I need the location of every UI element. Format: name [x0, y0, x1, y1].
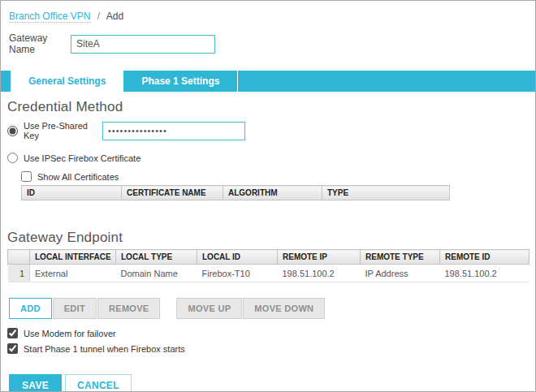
- add-button[interactable]: ADD: [9, 298, 52, 319]
- endpoint-table-header-handle: [8, 250, 30, 265]
- endpoint-row-local-id: Firebox-T10: [197, 265, 278, 282]
- endpoint-row-remote-id: 198.51.100.2: [440, 265, 530, 282]
- certificate-table-header-algorithm: ALGORITHM: [223, 186, 322, 200]
- ipsec-certificate-label: Use IPSec Firebox Certificate: [24, 153, 140, 163]
- endpoint-table-header-row: LOCAL INTERFACE LOCAL TYPE LOCAL ID REMO…: [8, 250, 530, 265]
- endpoint-table-row[interactable]: 1 External Domain Name Firebox-T10 198.5…: [8, 265, 530, 282]
- pre-shared-key-radio[interactable]: [7, 126, 18, 136]
- move-down-button[interactable]: MOVE DOWN: [243, 298, 325, 319]
- endpoint-row-remote-ip: 198.51.100.2: [278, 265, 361, 282]
- gateway-name-input[interactable]: [71, 35, 215, 54]
- move-up-button[interactable]: MOVE UP: [176, 298, 242, 319]
- show-all-certificates-checkbox[interactable]: [21, 171, 32, 182]
- gateway-endpoint-heading: Gateway Endpoint: [7, 230, 535, 246]
- endpoint-table-header-local-id: LOCAL ID: [197, 250, 278, 265]
- certificate-table-header-id: ID: [22, 186, 122, 200]
- breadcrumb: Branch Office VPN / Add: [9, 11, 535, 22]
- endpoint-table-header-remote-id: REMOTE ID: [440, 250, 530, 265]
- endpoint-table-header-local-type: LOCAL TYPE: [116, 250, 197, 265]
- tab-phase1-settings[interactable]: Phase 1 Settings: [123, 71, 238, 92]
- gateway-name-label: Gateway Name: [9, 32, 71, 55]
- certificate-table-header-type: TYPE: [322, 186, 450, 200]
- show-all-certificates-label: Show All Certificates: [37, 172, 119, 182]
- start-phase1-row: Start Phase 1 tunnel when Firebox starts: [7, 343, 535, 354]
- pre-shared-key-label: Use Pre-Shared Key: [24, 121, 102, 140]
- show-all-certificates-row: Show All Certificates: [21, 171, 535, 182]
- cancel-button[interactable]: CANCEL: [65, 374, 132, 392]
- modem-failover-label: Use Modem for failover: [24, 329, 116, 338]
- endpoint-button-row: ADD EDIT REMOVE MOVE UP MOVE DOWN: [9, 298, 535, 319]
- tab-bar-left-spacer: [1, 71, 11, 92]
- endpoint-table-header-local-interface: LOCAL INTERFACE: [30, 250, 116, 265]
- certificate-table-header-name: CERTIFICATE NAME: [122, 186, 223, 200]
- endpoint-row-index: 1: [8, 265, 30, 282]
- modem-failover-row: Use Modem for failover: [7, 328, 535, 338]
- certificate-table-header-row: ID CERTIFICATE NAME ALGORITHM TYPE: [22, 186, 450, 200]
- tab-general-settings[interactable]: General Settings: [11, 71, 123, 92]
- gateway-name-row: Gateway Name: [9, 32, 535, 55]
- credential-method-heading: Credential Method: [7, 99, 535, 115]
- start-phase1-label: Start Phase 1 tunnel when Firebox starts: [24, 344, 185, 354]
- endpoint-table-header-remote-type: REMOTE TYPE: [361, 250, 440, 265]
- pre-shared-key-input[interactable]: [102, 122, 245, 140]
- edit-button[interactable]: EDIT: [53, 298, 97, 319]
- save-button[interactable]: SAVE: [9, 374, 62, 392]
- breadcrumb-current-add: Add: [106, 11, 123, 22]
- start-phase1-checkbox[interactable]: [7, 343, 18, 354]
- footer-button-row: SAVE CANCEL: [9, 374, 535, 392]
- endpoint-row-local-type: Domain Name: [116, 265, 197, 282]
- endpoint-row-remote-type: IP Address: [361, 265, 440, 282]
- tab-bar: General Settings Phase 1 Settings: [1, 71, 535, 92]
- ipsec-certificate-radio[interactable]: [7, 153, 18, 163]
- modem-failover-checkbox[interactable]: [7, 328, 18, 338]
- certificate-table: ID CERTIFICATE NAME ALGORITHM TYPE: [21, 185, 450, 200]
- breadcrumb-separator: /: [97, 11, 100, 22]
- ipsec-certificate-row: Use IPSec Firebox Certificate: [7, 153, 535, 163]
- bovpn-gateway-add-page: Branch Office VPN / Add Gateway Name Gen…: [0, 0, 536, 392]
- breadcrumb-link-branch-office-vpn[interactable]: Branch Office VPN: [9, 11, 91, 23]
- endpoint-table-header-remote-ip: REMOTE IP: [278, 250, 361, 265]
- gateway-endpoint-table: LOCAL INTERFACE LOCAL TYPE LOCAL ID REMO…: [7, 249, 530, 282]
- endpoint-row-local-interface: External: [30, 265, 116, 282]
- remove-button[interactable]: REMOVE: [97, 298, 160, 319]
- pre-shared-key-row: Use Pre-Shared Key: [7, 121, 535, 140]
